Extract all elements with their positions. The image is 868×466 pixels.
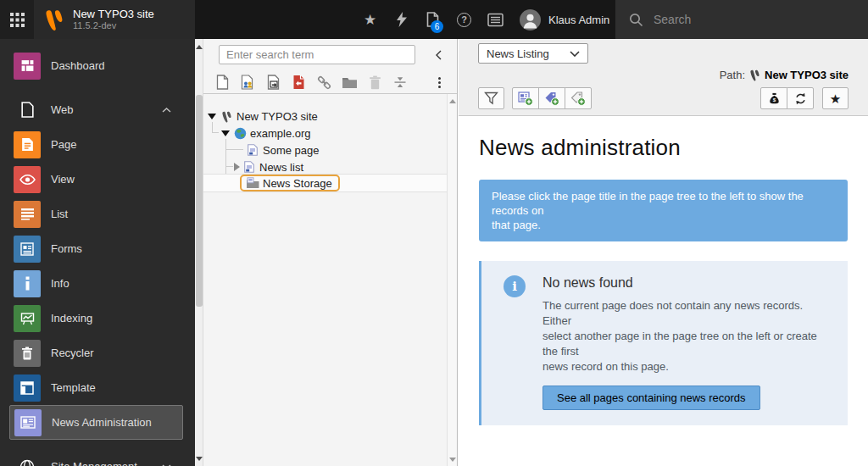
path-site-title: New TYPO3 site xyxy=(765,69,849,81)
scroll-up-arrow-icon[interactable] xyxy=(195,42,203,51)
callout-content: No news found The current page does not … xyxy=(542,275,832,410)
web-section-icon xyxy=(14,97,41,124)
add-category-button[interactable] xyxy=(565,87,592,109)
topbar-toolbar: ★ 6 ? xyxy=(354,0,511,39)
info-box: Please click the page title in the page … xyxy=(479,180,848,241)
chevron-up-icon xyxy=(162,108,171,113)
expand-toggle-icon[interactable] xyxy=(231,162,242,172)
scroll-up-arrow-icon[interactable] xyxy=(448,97,457,105)
see-all-pages-button[interactable]: See all pages containing news records xyxy=(542,386,760,410)
tree-line xyxy=(225,149,243,150)
new-mountpoint-page-button[interactable] xyxy=(290,74,307,91)
storage-folder-icon xyxy=(246,176,259,190)
sidebar-item-list[interactable]: List xyxy=(0,197,195,231)
sidebar-item-view[interactable]: View xyxy=(0,162,195,197)
system-information-button[interactable] xyxy=(480,0,511,39)
view-mode-select[interactable]: News Listing xyxy=(478,43,588,64)
tag-outline-plus-icon xyxy=(570,91,586,106)
page-icon xyxy=(246,143,259,157)
page-module-icon xyxy=(14,131,41,158)
new-record-button-group xyxy=(512,87,592,109)
tree-node-root[interactable]: New TYPO3 site xyxy=(207,108,318,125)
tree-node-page[interactable]: Some page xyxy=(243,141,320,158)
tree-node-site[interactable]: example.org xyxy=(220,125,311,141)
template-module-icon xyxy=(14,374,41,402)
tree-node-page[interactable]: News list xyxy=(231,158,303,175)
path-label: Path: xyxy=(720,69,745,81)
bookmark-button[interactable]: ★ xyxy=(822,87,849,109)
info-icon: i xyxy=(504,275,526,297)
bookmarks-button[interactable]: ★ xyxy=(354,0,386,39)
lightning-bolt-icon xyxy=(396,12,408,27)
sidebar-section-web[interactable]: Web xyxy=(0,92,195,127)
tree-scrollbar[interactable] xyxy=(447,94,456,466)
tree-line xyxy=(212,132,219,133)
add-tag-button[interactable] xyxy=(538,87,565,109)
sidebar-item-forms[interactable]: Forms xyxy=(0,231,195,266)
scroll-down-arrow-icon[interactable] xyxy=(448,455,457,463)
info-module-icon xyxy=(14,270,41,297)
link-icon xyxy=(316,75,332,91)
folder-icon xyxy=(342,76,358,89)
scroll-down-arrow-icon[interactable] xyxy=(195,454,203,463)
tree-search-input[interactable] xyxy=(219,45,415,64)
page-icon xyxy=(242,160,256,174)
sidebar-item-label: Web xyxy=(51,103,74,116)
news-administration-icon xyxy=(14,409,42,436)
page-title: News administration xyxy=(479,135,849,161)
sidebar-scrollbar[interactable] xyxy=(195,39,203,466)
sidebar-item-news-administration[interactable]: News Administration xyxy=(9,405,183,440)
dashboard-icon xyxy=(14,53,41,80)
sidebar-item-recycler[interactable]: Recycler xyxy=(0,336,195,370)
delete-drop-zone-button[interactable] xyxy=(366,74,383,91)
action-button-group: $ xyxy=(760,87,814,109)
help-button[interactable]: ? xyxy=(448,0,480,39)
donate-button[interactable]: $ xyxy=(760,87,787,109)
typo3-backend: New TYPO3 site 11.5.2-dev ★ 6 ? xyxy=(0,0,868,466)
collapse-tree-button[interactable] xyxy=(429,46,448,64)
new-page-users-button[interactable] xyxy=(239,74,256,91)
collapse-toggle-icon[interactable] xyxy=(220,128,231,138)
shortcut-page-icon xyxy=(267,75,280,90)
opened-documents-button[interactable]: 6 xyxy=(417,0,448,39)
sidebar-item-label: Template xyxy=(51,381,96,394)
filter-button[interactable] xyxy=(478,87,504,109)
sidebar-item-dashboard[interactable]: Dashboard xyxy=(0,48,195,83)
toggle-spacer-button[interactable] xyxy=(392,74,409,91)
site-brand[interactable]: New TYPO3 site 11.5.2-dev xyxy=(34,0,195,39)
page-tree-panel: New TYPO3 site example.org Some page xyxy=(203,39,458,466)
new-page-button[interactable] xyxy=(214,74,231,91)
view-mode-value: News Listing xyxy=(487,47,549,60)
add-news-record-button[interactable] xyxy=(512,87,539,109)
reload-button[interactable] xyxy=(787,87,814,109)
chevron-down-icon xyxy=(570,51,580,57)
sidebar-item-indexing[interactable]: Indexing xyxy=(0,301,195,336)
clear-cache-button[interactable] xyxy=(386,0,417,39)
collapse-toggle-icon[interactable] xyxy=(207,111,217,121)
new-link-button[interactable] xyxy=(315,74,332,91)
scrollbar-thumb[interactable] xyxy=(196,95,203,307)
spacer-divider-icon xyxy=(392,75,408,90)
list-panel-icon xyxy=(487,13,504,27)
topbar: New TYPO3 site 11.5.2-dev ★ 6 ? xyxy=(0,0,868,39)
news-plus-icon xyxy=(518,91,533,106)
tree-more-options-button[interactable] xyxy=(433,73,445,92)
tree-node-folder-selected[interactable]: News Storage xyxy=(240,175,340,191)
sidebar-item-label: Page xyxy=(51,138,76,151)
funnel-icon xyxy=(484,92,498,105)
sidebar-item-template[interactable]: Template xyxy=(0,370,195,405)
sidebar-item-page[interactable]: Page xyxy=(0,127,195,162)
typo3-logo-icon xyxy=(220,109,233,123)
callout-title: No news found xyxy=(542,275,832,291)
user-menu-button[interactable]: Klaus Admin xyxy=(509,0,620,39)
sidebar-item-label: Recycler xyxy=(51,347,94,359)
docheader-buttons-left xyxy=(478,87,592,109)
sidebar-section-site-management[interactable]: Site Management xyxy=(0,449,195,466)
grid-icon xyxy=(10,13,25,27)
module-content: News Listing Path: New TYPO3 site xyxy=(459,39,868,466)
application-grid-button[interactable] xyxy=(0,0,34,39)
search-input[interactable] xyxy=(654,13,823,26)
new-shortcut-page-button[interactable] xyxy=(264,74,281,91)
sidebar-item-info[interactable]: Info xyxy=(0,266,195,301)
new-folder-button[interactable] xyxy=(341,74,358,91)
